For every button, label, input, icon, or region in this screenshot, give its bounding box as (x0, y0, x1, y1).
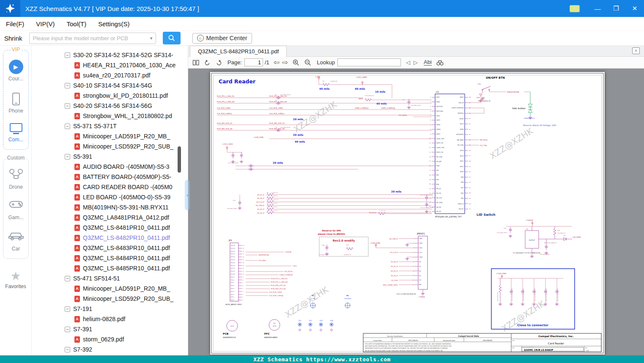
page-number-input[interactable] (244, 58, 263, 66)
tree-scrollbar-thumb[interactable] (178, 146, 181, 173)
next-page-icon[interactable]: ⇨ (282, 58, 288, 67)
binoculars-icon[interactable] (436, 59, 444, 66)
svg-text:VSS1: VSS1 (419, 242, 423, 244)
tree-file-row[interactable]: Astorm_0629.pdf (32, 334, 188, 344)
tree-collapse-icon[interactable]: − (65, 103, 70, 109)
sidebar-item-favorites-label: Favorites (0, 283, 31, 289)
svg-text:17: 17 (243, 253, 244, 255)
member-center-button[interactable]: ⌂ Member Center (192, 33, 252, 44)
find-next-icon[interactable]: ▷ (414, 59, 418, 66)
vip-badge-icon[interactable] (570, 5, 580, 12)
pdf-file-icon: A (74, 93, 80, 99)
sidebar-item-car[interactable] (3, 230, 28, 242)
tree-file-row[interactable]: AQ3ZMC_LS-8484PR10_0411.pdf (32, 253, 188, 263)
tree-collapse-icon[interactable]: − (65, 306, 70, 312)
search-input[interactable] (30, 35, 150, 41)
tree-folder-row[interactable]: −S7-191 (32, 304, 188, 314)
menu-vip[interactable]: VIP(V) (30, 20, 60, 28)
close-document-icon[interactable]: ✕ (632, 47, 640, 54)
sidebar-item-course[interactable]: ▶ (3, 60, 28, 74)
sidebar-item-phone[interactable] (3, 93, 28, 107)
tree-file-row[interactable]: AMinicooper_LAD591P_R20_MB_ (32, 131, 188, 141)
tree-file-row[interactable]: AQ3ZMC_LA8481PR1A_0412.pdf (32, 212, 188, 223)
tree-folder-row[interactable]: −S40-20 SF314-56 SF314-56G (32, 101, 188, 111)
menu-file[interactable]: File(F) (0, 20, 30, 28)
tree-file-label: Minicooper_LAD591P_R20_MB_ (83, 133, 170, 140)
tree-file-row[interactable]: ACARD READER BOARD -(405M0 (32, 182, 188, 192)
shrink-button[interactable]: Shrink (4, 35, 22, 42)
svg-text:PTH 4: PTH 4 (231, 291, 234, 292)
sidebar-item-favorites[interactable]: ★ (0, 269, 31, 283)
tree-folder-row[interactable]: −S40-10 SF314-54 SF314-54G (32, 80, 188, 91)
svg-text:+CDR_PWR: +CDR_PWR (370, 242, 380, 244)
panel-collapse-handle[interactable]: ‹ (185, 180, 190, 210)
rotate-right-icon[interactable] (215, 59, 222, 66)
svg-text:R16 0_0402_5%: R16 0_0402_5% (497, 292, 499, 301)
tree-file-row[interactable]: AHE4EA_R11_20170406_1030_Ace (32, 60, 188, 70)
two-page-view-icon[interactable] (192, 59, 200, 66)
tree-file-row[interactable]: AMinicooper_LAD591P_R20_MB_ (32, 283, 188, 294)
tree-folder-row[interactable]: −S7-392 (32, 344, 188, 355)
svg-text:+3VALW: +3VALW (526, 219, 533, 221)
pdf-canvas[interactable]: XZZ@XZHKXZZ@XZHKXZZ@XZHKXZZ@XZHKCard Rea… (188, 69, 644, 355)
close-button[interactable]: ✕ (625, 0, 644, 17)
svg-text:13: 13 (243, 265, 244, 267)
tree-collapse-icon[interactable]: − (65, 347, 70, 352)
text-select-tool[interactable]: Abi (424, 59, 432, 66)
tree-folder-row[interactable]: −S5-391 (32, 151, 188, 162)
maximize-button[interactable]: ❐ (607, 0, 625, 17)
rotate-left-icon[interactable] (204, 59, 211, 66)
mid-left: +2VS_CARD0.1U_0402_10V7K+CDR_PWR20 mils4… (222, 133, 432, 171)
tree-file-row[interactable]: AQ3ZMC_LS-8483PR10_0411.pdf (32, 243, 188, 253)
tree-file-row[interactable]: ABATTERY BOARD-(405M0P)-S5- (32, 172, 188, 182)
chevron-down-icon[interactable]: ▾ (150, 36, 153, 41)
zoom-in-icon[interactable] (292, 59, 300, 66)
tree-collapse-icon[interactable]: − (65, 327, 70, 332)
svg-text:0_0603_5%: 0_0603_5% (330, 80, 337, 82)
tree-file-row[interactable]: AMinicooper_LSD592P_R20_SUB_ (32, 141, 188, 151)
tree-file-row[interactable]: AQ3ZMC_LS-8485PR10_0411.pdf (32, 263, 188, 273)
sidebar-item-drone[interactable] (3, 168, 28, 182)
tree-folder-row[interactable]: −S7-391 (32, 324, 188, 334)
tree-folder-row[interactable]: −S5-471 SF514-51 (32, 273, 188, 283)
tree-file-row[interactable]: AMB(4019HN)-S5-391-NB.RYX11 (32, 202, 188, 212)
tree-collapse-icon[interactable]: − (65, 276, 70, 281)
tree-file-row[interactable]: AMinicooper_LSD592P_R20_SUB_ (32, 294, 188, 304)
sidebar-item-course-label: Cour... (3, 76, 28, 82)
tree-file-row[interactable]: ALED BOARD -(405M0O-0)-S5-39 (32, 192, 188, 202)
svg-text:SP14: SP14 (460, 150, 464, 151)
zoom-out-icon[interactable] (304, 59, 312, 66)
tree-folder-row[interactable]: −S30-20 SF314-52 SF314-52G SF314- (32, 50, 188, 60)
tree-file-row[interactable]: AAUDIO BOARD -(405M0M)-S5-3 (32, 162, 188, 172)
svg-text:SW1: SW1 (478, 83, 481, 85)
menu-tool[interactable]: Tool(T) (61, 20, 93, 28)
tree-collapse-icon[interactable]: − (65, 83, 70, 88)
find-prev-icon[interactable]: ◁ (406, 59, 410, 66)
prev-page-icon[interactable]: ⇦ (274, 58, 280, 67)
tree-collapse-icon[interactable]: − (65, 154, 70, 160)
tree-file-row[interactable]: Asu4ea_r20_20170317.pdf (32, 70, 188, 80)
sidebar-item-game[interactable] (3, 199, 28, 211)
svg-text:PTH 10: PTH 10 (231, 274, 235, 275)
tree-file-row[interactable]: Astrongbow_kl_PD_20180111.pdf (32, 91, 188, 101)
svg-text:T-SOL_8-2508119019009_NR: T-SOL_8-2508119019009_NR (396, 293, 416, 295)
svg-text:3: 3 (413, 247, 414, 249)
pdf-file-icon: A (74, 164, 80, 170)
search-button[interactable] (163, 32, 181, 44)
tree-folder-row[interactable]: −S5-371 S5-371T (32, 121, 188, 131)
tree-file-row[interactable]: Ahelium-0828.pdf (32, 314, 188, 324)
document-tab[interactable]: Q3ZMC_LS-8482PR10_0411.pdf (190, 46, 287, 57)
pdf-file-icon: A (74, 316, 80, 322)
minimize-button[interactable]: — (588, 0, 607, 17)
menu-settings[interactable]: Settings(S) (92, 20, 135, 28)
sidebar-item-computer[interactable] (3, 123, 28, 134)
tree-file-row[interactable]: AQ3ZMC_LS-8481PR10_0411.pdf (32, 223, 188, 233)
tree-collapse-icon[interactable]: − (65, 124, 70, 129)
tree-file-row[interactable]: AQ3ZMC_LS-8482PR10_0411.pdf (32, 233, 188, 243)
tree-collapse-icon[interactable]: − (65, 52, 70, 58)
svg-text:SD_CMD: SD_CMD (436, 202, 443, 204)
svg-text:DEPARTMENT EXCEPT AS AUTHORIZE: DEPARTMENT EXCEPT AS AUTHORIZED BY COMPA… (365, 347, 448, 349)
lookup-input[interactable] (337, 58, 401, 66)
member-center-label: Member Center (206, 35, 247, 41)
tree-file-row[interactable]: AStrongbow_WHL_1_20180802.pd (32, 111, 188, 121)
